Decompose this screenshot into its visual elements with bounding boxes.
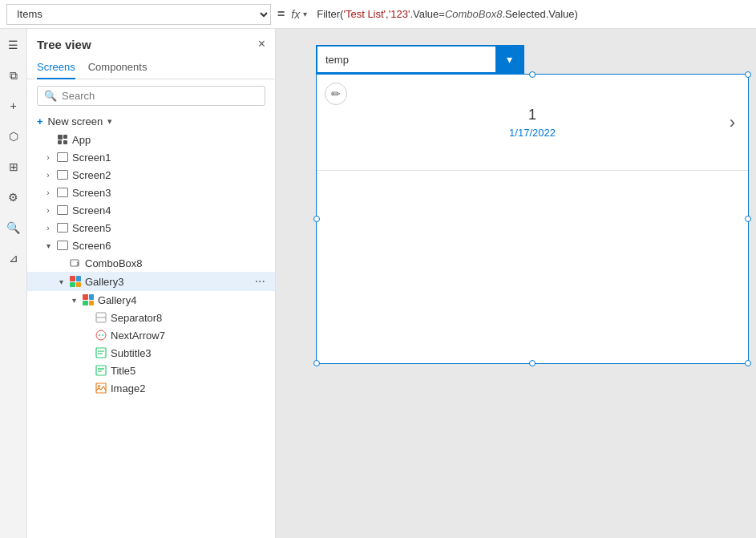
tab-components[interactable]: Components (88, 56, 148, 79)
fx-chevron-icon: ▾ (303, 10, 307, 18)
tree-item-gallery4[interactable]: ▾ Gallery4 (27, 291, 275, 309)
screen5-label: Screen5 (72, 222, 265, 234)
tree-item-title5[interactable]: Title5 (27, 362, 275, 379)
image2-label: Image2 (111, 382, 265, 394)
svg-rect-0 (58, 135, 63, 140)
screen4-expand-arrow: › (43, 206, 53, 215)
formula-text: Filter('Test List','123'.Value=ComboBox8… (317, 8, 578, 20)
combobox8-icon (69, 257, 82, 269)
gallery-date: 1/17/2022 (509, 127, 556, 139)
screen2-label: Screen2 (72, 169, 265, 181)
new-screen-label: New screen (48, 115, 103, 127)
data-icon[interactable]: ⊞ (4, 157, 23, 176)
screen1-icon (56, 151, 69, 164)
fx-label: fx (291, 8, 300, 21)
tree-item-screen4[interactable]: › Screen4 (27, 201, 275, 219)
svg-rect-2 (58, 140, 62, 144)
search-input[interactable] (62, 90, 258, 102)
title5-icon (95, 364, 107, 377)
tree-panel: Tree view × Screens Components 🔍 + New s… (27, 29, 276, 538)
screen4-label: Screen4 (72, 204, 265, 216)
hamburger-icon[interactable]: ☰ (4, 35, 23, 55)
tree-item-screen6[interactable]: ▾ Screen6 (27, 237, 275, 254)
tree-item-app[interactable]: App (27, 131, 275, 148)
tree-item-image2[interactable]: Image2 (27, 379, 275, 397)
combobox-widget[interactable]: temp ▾ (316, 45, 524, 74)
tree-tabs: Screens Components (27, 56, 275, 79)
app-label: App (72, 134, 265, 146)
layers-icon[interactable]: ⧉ (4, 66, 23, 85)
tree-title: Tree view (37, 38, 91, 51)
combobox-value: temp (317, 54, 495, 66)
gallery4-icon (82, 293, 95, 306)
combobox-arrow-icon[interactable]: ▾ (495, 47, 523, 72)
left-sidebar-icons: ☰ ⧉ + ⬡ ⊞ ⚙ 🔍 ⊿ (0, 29, 27, 538)
screen2-expand-arrow: › (43, 171, 53, 180)
tree-search-box[interactable]: 🔍 (37, 86, 265, 106)
gallery-row-2[interactable] (317, 171, 748, 363)
settings-icon[interactable]: ⚙ (4, 188, 23, 207)
svg-point-8 (99, 334, 100, 336)
svg-point-7 (96, 330, 106, 340)
tree-items-list: App › Screen1 › Screen2 › Screen3 (27, 131, 275, 538)
gallery3-expand-arrow: ▾ (56, 277, 66, 286)
new-screen-button[interactable]: + New screen ▾ (27, 112, 275, 131)
formula-bar[interactable]: Filter('Test List','123'.Value=ComboBox8… (313, 8, 750, 20)
gallery-item-content: 1 1/17/2022 (317, 107, 748, 139)
search-main-icon[interactable]: 🔍 (4, 218, 23, 237)
svg-point-9 (102, 334, 103, 336)
screen3-icon (56, 186, 69, 199)
screen5-expand-arrow: › (43, 224, 53, 233)
tree-item-separator8[interactable]: Separator8 (27, 309, 275, 326)
tab-screens[interactable]: Screens (37, 56, 75, 79)
svg-rect-10 (96, 348, 106, 358)
tree-item-screen2[interactable]: › Screen2 (27, 166, 275, 184)
screen6-expand-arrow: ▾ (43, 241, 53, 250)
tools-icon[interactable]: ⊿ (4, 249, 23, 268)
top-bar: Items = fx ▾ Filter('Test List','123'.Va… (0, 0, 756, 29)
search-icon: 🔍 (44, 90, 57, 102)
screen6-label: Screen6 (72, 240, 265, 252)
tree-item-gallery3[interactable]: ▾ Gallery3 ··· (27, 272, 275, 291)
tree-header: Tree view × (27, 29, 275, 56)
canvas-area[interactable]: temp ▾ ✏ 1 1/17/2022 (276, 29, 756, 538)
tree-item-subtitle3[interactable]: Subtitle3 (27, 344, 275, 362)
title5-label: Title5 (111, 365, 265, 377)
gallery4-label: Gallery4 (98, 294, 265, 306)
gallery-row-1[interactable]: ✏ 1 1/17/2022 › (317, 75, 748, 171)
handle-bottom-center (529, 360, 536, 366)
svg-rect-1 (63, 135, 67, 139)
canvas-inner: temp ▾ ✏ 1 1/17/2022 (316, 45, 756, 364)
subtitle3-icon (95, 346, 107, 359)
new-screen-plus-icon: + (37, 115, 43, 127)
tree-item-nextarrow7[interactable]: NextArrow7 (27, 326, 275, 344)
tree-item-screen1[interactable]: › Screen1 (27, 148, 275, 166)
gallery-next-arrow-icon[interactable]: › (730, 112, 735, 133)
equals-sign: = (277, 7, 285, 22)
edit-pencil-icon[interactable]: ✏ (325, 83, 347, 105)
tree-close-button[interactable]: × (258, 37, 265, 51)
nextarrow7-icon (95, 329, 107, 342)
svg-point-17 (98, 385, 100, 387)
gallery-container[interactable]: ✏ 1 1/17/2022 › (316, 74, 749, 364)
gallery-number: 1 (528, 107, 536, 123)
tree-item-combobox8[interactable]: ComboBox8 (27, 254, 275, 272)
combobox8-label: ComboBox8 (85, 257, 265, 269)
tree-item-screen5[interactable]: › Screen5 (27, 219, 275, 237)
tree-item-screen3[interactable]: › Screen3 (27, 184, 275, 201)
separator8-label: Separator8 (111, 312, 265, 324)
screen5-icon (56, 221, 69, 234)
gallery3-more-icon[interactable]: ··· (255, 274, 265, 289)
screen6-icon (56, 239, 69, 252)
handle-mid-right (745, 216, 751, 222)
subtitle3-label: Subtitle3 (111, 347, 265, 359)
fx-area: fx ▾ (291, 8, 307, 21)
app-icon (56, 133, 69, 146)
items-select[interactable]: Items (6, 4, 271, 25)
gallery3-label: Gallery3 (85, 276, 252, 288)
handle-mid-left (313, 216, 320, 222)
screen3-label: Screen3 (72, 187, 265, 199)
insert-icon[interactable]: ⬡ (4, 127, 23, 146)
svg-rect-3 (63, 140, 67, 144)
plus-icon[interactable]: + (4, 96, 23, 115)
